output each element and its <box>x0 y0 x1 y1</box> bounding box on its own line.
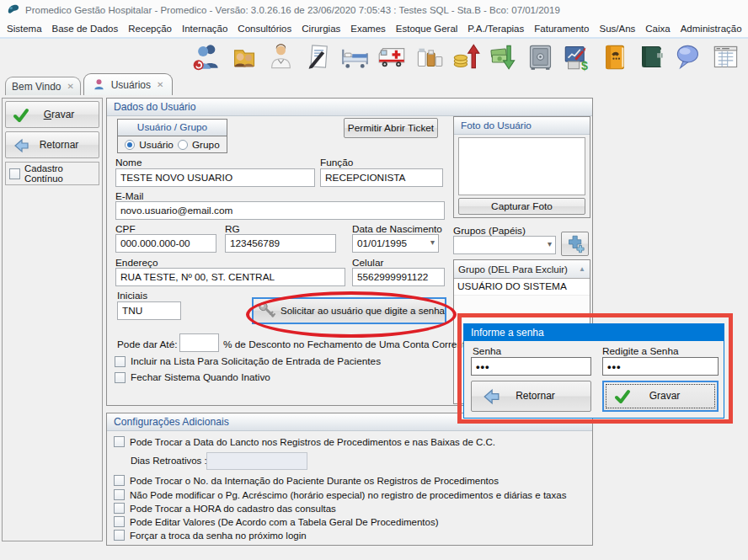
nome-label: Nome <box>115 157 142 168</box>
menu-caixa[interactable]: Caixa <box>645 24 670 34</box>
menu-estoque-geral[interactable]: Estoque Geral <box>396 24 458 34</box>
grupos-grid-header[interactable]: Grupo (DEL Para Excluir) ▲ <box>454 260 590 279</box>
config-row: Pode Trocar a Data do Lancto nos Registr… <box>114 436 495 447</box>
config-row: Pode Editar Valores (De Acordo com a Tab… <box>114 516 438 527</box>
grupos-papeis-label: Grupos (Papéis) <box>453 225 526 237</box>
menu-cirurgias[interactable]: Cirurgias <box>302 24 340 34</box>
celular-input[interactable] <box>352 268 445 286</box>
nome-input[interactable] <box>115 168 315 187</box>
foto-usuario-panel: Foto do Usuário Capturar Foto <box>453 116 590 218</box>
prescription-icon[interactable] <box>303 42 333 72</box>
gravar-button[interactable]: Gravar <box>5 101 99 128</box>
close-icon[interactable]: ✕ <box>157 80 163 89</box>
patients-folder-icon[interactable] <box>229 42 259 72</box>
chevron-down-icon: ▾ <box>548 239 552 248</box>
radio-grupo[interactable] <box>178 140 188 150</box>
doctor-icon[interactable] <box>266 42 296 72</box>
permitir-abrir-ticket-button[interactable]: Permitir Abrir Ticket <box>344 118 438 138</box>
cadastro-continuo-row[interactable]: Cadastro Contínuo <box>5 162 99 185</box>
pharmacy-icon[interactable] <box>414 42 444 72</box>
endereco-label: Endereço <box>115 257 158 269</box>
radio-usuario[interactable] <box>125 140 135 150</box>
sidebar: Gravar Retornar Cadastro Contínuo <box>2 98 103 541</box>
funcao-input[interactable] <box>320 168 443 187</box>
fechar-sistema-checkbox[interactable] <box>115 372 126 383</box>
menu-base-de-dados[interactable]: Base de Dados <box>52 24 119 34</box>
menu-recepcao[interactable]: Recepção <box>128 24 172 34</box>
hospital-bed-icon[interactable] <box>340 42 370 72</box>
redigite-senha-label: Redigite a Senha <box>602 345 679 357</box>
menu-consultorios[interactable]: Consultórios <box>238 24 291 34</box>
chat-icon[interactable] <box>674 42 703 72</box>
panel-title: Dados do Usuário <box>107 99 592 116</box>
grupos-combo[interactable]: ▾ <box>453 236 556 254</box>
safe-icon[interactable] <box>526 42 555 72</box>
check-icon <box>614 388 631 405</box>
check-icon <box>13 107 29 124</box>
pode-trocar-internacao-checkbox[interactable] <box>114 475 125 486</box>
retornar-button[interactable]: Retornar <box>5 131 99 158</box>
title-bar: Promedico Gestão Hospitalar - Promedico … <box>0 0 748 20</box>
cash-in-icon[interactable] <box>451 42 481 72</box>
add-grupo-button[interactable] <box>561 232 589 256</box>
menu-faturamento[interactable]: Faturamento <box>534 24 589 34</box>
pode-editar-valores-checkbox[interactable] <box>114 516 125 527</box>
iniciais-label: Iniciais <box>117 290 147 301</box>
endereco-input[interactable] <box>115 268 345 286</box>
menu-internacao[interactable]: Internação <box>182 24 227 34</box>
senha-label: Senha <box>473 345 501 357</box>
tab-usuarios[interactable]: Usuários ✕ <box>83 73 173 95</box>
finance-chart-icon[interactable]: $ <box>563 42 592 72</box>
radio-usuario-label: Usuário <box>139 139 174 151</box>
senha-input[interactable] <box>471 357 591 376</box>
menu-sistema[interactable]: Sistema <box>7 24 42 34</box>
cpf-input[interactable] <box>115 234 216 253</box>
menu-exames[interactable]: Exames <box>350 24 386 34</box>
fechar-sistema-label: Fechar Sistema Quando Inativo <box>131 371 270 383</box>
svg-text:$: $ <box>581 58 588 71</box>
config-label: Pode Trocar o No. da Internação do Pacie… <box>130 476 499 486</box>
dias-retroativos-input <box>206 452 307 470</box>
config-row: Não Pode modificar o Pg. Acréscimo (horá… <box>114 489 566 500</box>
menu-administracao[interactable]: Administração <box>681 24 742 34</box>
redigite-senha-input[interactable] <box>602 357 719 376</box>
menu-pa-terapias[interactable]: P.A./Terapias <box>467 24 524 34</box>
cadastro-continuo-label: Cadastro Contínuo <box>24 163 99 184</box>
nao-pode-modificar-acrescimo-checkbox[interactable] <box>114 489 125 500</box>
app-logo-icon <box>7 3 20 17</box>
desconto-input[interactable] <box>179 333 219 352</box>
menu-sus-ans[interactable]: Sus/Ans <box>599 24 635 34</box>
incluir-lista-row: Incluir na Lista Para Solicitação de Ent… <box>115 355 381 367</box>
rg-label: RG <box>225 223 240 235</box>
capturar-foto-button[interactable]: Capturar Foto <box>458 198 585 215</box>
close-icon[interactable]: ✕ <box>67 82 74 91</box>
ambulance-icon[interactable] <box>377 42 407 72</box>
dialog-retornar-button[interactable]: Retornar <box>471 381 591 412</box>
dialog-gravar-button[interactable]: Gravar <box>602 381 719 412</box>
pode-trocar-data-checkbox[interactable] <box>114 436 125 447</box>
desconto-suffix-label: % de Desconto no Fechamento de Uma Conta… <box>223 339 471 350</box>
config-row: Forçar a troca da senha no próximo login <box>114 530 307 541</box>
pode-trocar-hora-checkbox[interactable] <box>114 503 125 514</box>
tab-bem-vindo[interactable]: Bem Vindo ✕ <box>5 77 81 95</box>
phonebook-icon[interactable] <box>600 42 629 72</box>
grupo-row[interactable]: USUÁRIO DO SISTEMA <box>454 279 590 296</box>
iniciais-input[interactable] <box>117 301 181 320</box>
radio-grupo-label: Grupo <box>192 139 220 151</box>
config-label: Forçar a troca da senha no próximo login <box>130 531 307 541</box>
data-nascimento-combo[interactable]: 01/01/1995 ▾ <box>352 234 439 253</box>
incluir-lista-checkbox[interactable] <box>115 356 126 367</box>
forcar-troca-senha-checkbox[interactable] <box>114 530 125 541</box>
ledger-book-icon[interactable] <box>637 42 666 72</box>
solicitar-senha-button[interactable]: Solicitar ao usuário que digite a senha <box>252 297 446 324</box>
config-label: Pode Trocar a Data do Lancto nos Registr… <box>130 437 495 447</box>
report-grid-icon[interactable] <box>711 42 740 72</box>
rg-input[interactable] <box>225 234 336 253</box>
cadastro-continuo-checkbox[interactable] <box>9 168 20 179</box>
cash-out-icon[interactable] <box>489 42 518 72</box>
users-icon[interactable] <box>192 42 222 72</box>
cpf-label: CPF <box>115 223 136 235</box>
arrow-left-icon <box>482 387 500 406</box>
email-input[interactable] <box>115 201 445 220</box>
config-row: Pode Trocar o No. da Internação do Pacie… <box>114 475 499 486</box>
